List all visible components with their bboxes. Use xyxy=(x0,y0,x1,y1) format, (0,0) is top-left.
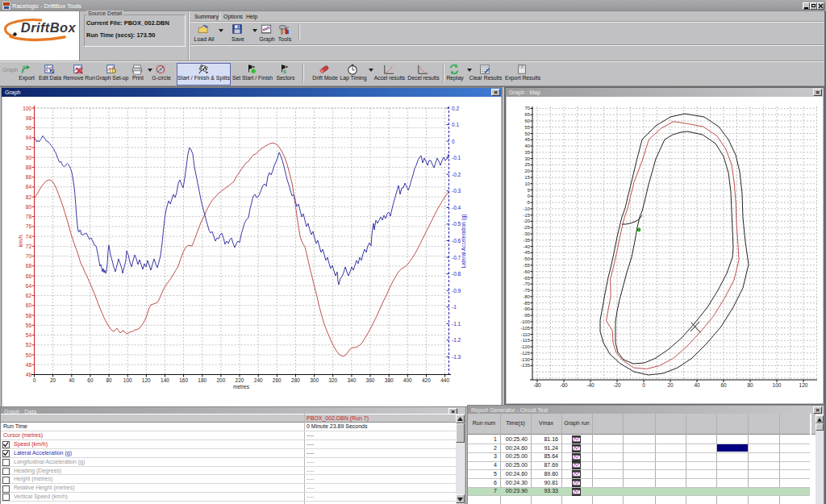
svg-text:-0.6: -0.6 xyxy=(452,238,461,244)
svg-text:-130: -130 xyxy=(520,357,530,362)
svg-text:-0.1: -0.1 xyxy=(452,155,461,160)
svg-text:30: 30 xyxy=(525,156,530,161)
svg-text:-0.3: -0.3 xyxy=(452,188,461,194)
svg-text:40: 40 xyxy=(694,382,700,388)
svg-text:-60: -60 xyxy=(524,269,530,274)
svg-text:300: 300 xyxy=(310,377,319,383)
svg-text:68: 68 xyxy=(26,263,32,269)
svg-text:15: 15 xyxy=(525,175,530,180)
svg-text:-1.1: -1.1 xyxy=(452,321,461,327)
svg-text:-0.4: -0.4 xyxy=(452,205,461,210)
svg-text:120: 120 xyxy=(142,377,151,383)
svg-text:10: 10 xyxy=(525,181,530,186)
svg-text:-55: -55 xyxy=(524,263,530,268)
svg-text:metres: metres xyxy=(233,384,250,389)
svg-text:-5: -5 xyxy=(526,200,530,205)
svg-text:320: 320 xyxy=(328,377,337,383)
svg-text:-0.2: -0.2 xyxy=(452,172,461,177)
svg-text:80: 80 xyxy=(26,204,32,210)
svg-text:-120: -120 xyxy=(520,344,530,349)
svg-text:0: 0 xyxy=(642,382,645,388)
svg-text:92: 92 xyxy=(26,145,32,151)
svg-text:360: 360 xyxy=(366,377,375,383)
svg-text:98: 98 xyxy=(26,115,32,121)
svg-text:-35: -35 xyxy=(524,238,530,243)
svg-text:40: 40 xyxy=(525,144,530,148)
svg-text:200: 200 xyxy=(216,377,225,383)
svg-text:60: 60 xyxy=(720,382,727,388)
svg-text:66: 66 xyxy=(26,273,32,279)
svg-text:60: 60 xyxy=(525,119,530,123)
svg-text:km/h: km/h xyxy=(18,235,23,247)
svg-text:80: 80 xyxy=(747,382,753,388)
svg-text:440: 440 xyxy=(440,377,449,383)
svg-text:72: 72 xyxy=(26,244,32,249)
svg-text:220: 220 xyxy=(236,377,244,383)
svg-text:60: 60 xyxy=(87,377,94,383)
svg-text:-0.9: -0.9 xyxy=(452,288,461,294)
svg-text:-110: -110 xyxy=(521,332,530,337)
svg-text:88: 88 xyxy=(26,165,32,170)
svg-text:-135: -135 xyxy=(520,363,530,368)
svg-text:80: 80 xyxy=(106,377,112,383)
svg-text:-95: -95 xyxy=(524,313,530,318)
svg-text:100: 100 xyxy=(773,382,782,388)
svg-text:0: 0 xyxy=(528,194,530,198)
svg-text:100: 100 xyxy=(123,377,132,383)
svg-text:-80: -80 xyxy=(524,294,530,299)
svg-text:74: 74 xyxy=(26,234,32,240)
svg-text:-1.3: -1.3 xyxy=(452,354,461,360)
svg-text:54: 54 xyxy=(26,332,32,338)
svg-text:100: 100 xyxy=(23,106,31,111)
svg-text:140: 140 xyxy=(161,377,169,383)
svg-text:20: 20 xyxy=(525,169,530,173)
svg-text:-15: -15 xyxy=(524,213,530,218)
svg-text:-1.2: -1.2 xyxy=(452,337,461,343)
svg-text:0: 0 xyxy=(452,139,455,144)
svg-text:70: 70 xyxy=(525,106,530,110)
svg-text:-75: -75 xyxy=(524,288,530,293)
svg-text:20: 20 xyxy=(667,382,674,388)
svg-text:180: 180 xyxy=(198,377,206,383)
svg-text:-20: -20 xyxy=(613,382,621,388)
svg-text:86: 86 xyxy=(26,174,32,180)
svg-text:64: 64 xyxy=(26,283,32,289)
svg-text:35: 35 xyxy=(525,150,530,155)
svg-text:50: 50 xyxy=(525,131,530,136)
svg-text:-115: -115 xyxy=(521,338,530,343)
svg-text:5: 5 xyxy=(528,188,530,193)
svg-text:58: 58 xyxy=(26,313,32,319)
svg-text:-40: -40 xyxy=(524,244,530,249)
svg-text:-25: -25 xyxy=(524,225,530,230)
svg-text:-40: -40 xyxy=(586,382,594,388)
svg-text:0.1: 0.1 xyxy=(452,122,459,127)
svg-text:-60: -60 xyxy=(560,382,568,388)
svg-text:0: 0 xyxy=(33,377,36,383)
svg-text:96: 96 xyxy=(26,125,32,131)
svg-text:s: s xyxy=(283,69,286,74)
svg-text:76: 76 xyxy=(26,223,32,229)
svg-text:-30: -30 xyxy=(524,231,530,236)
svg-text:380: 380 xyxy=(385,377,394,383)
svg-text:280: 280 xyxy=(291,377,300,383)
svg-text:65: 65 xyxy=(525,112,530,117)
svg-text:-0.7: -0.7 xyxy=(452,255,461,260)
svg-text:45: 45 xyxy=(525,137,530,142)
svg-text:-20: -20 xyxy=(524,219,530,223)
svg-text:-0.5: -0.5 xyxy=(452,221,461,227)
svg-text:120: 120 xyxy=(799,382,808,388)
svg-text:-65: -65 xyxy=(524,276,530,281)
svg-text:240: 240 xyxy=(254,377,263,383)
svg-text:94: 94 xyxy=(26,135,32,140)
svg-text:-0.8: -0.8 xyxy=(452,271,461,277)
svg-text:48: 48 xyxy=(26,362,32,368)
svg-text:40: 40 xyxy=(69,377,75,383)
svg-text:-70: -70 xyxy=(524,281,530,286)
svg-text:260: 260 xyxy=(273,377,282,383)
svg-text:340: 340 xyxy=(347,377,356,383)
svg-text:-80: -80 xyxy=(533,382,541,388)
svg-text:78: 78 xyxy=(26,214,32,219)
svg-text:-85: -85 xyxy=(524,301,530,306)
svg-text:84: 84 xyxy=(26,184,32,190)
svg-text:Lateral Acceleration (g): Lateral Acceleration (g) xyxy=(461,215,467,269)
